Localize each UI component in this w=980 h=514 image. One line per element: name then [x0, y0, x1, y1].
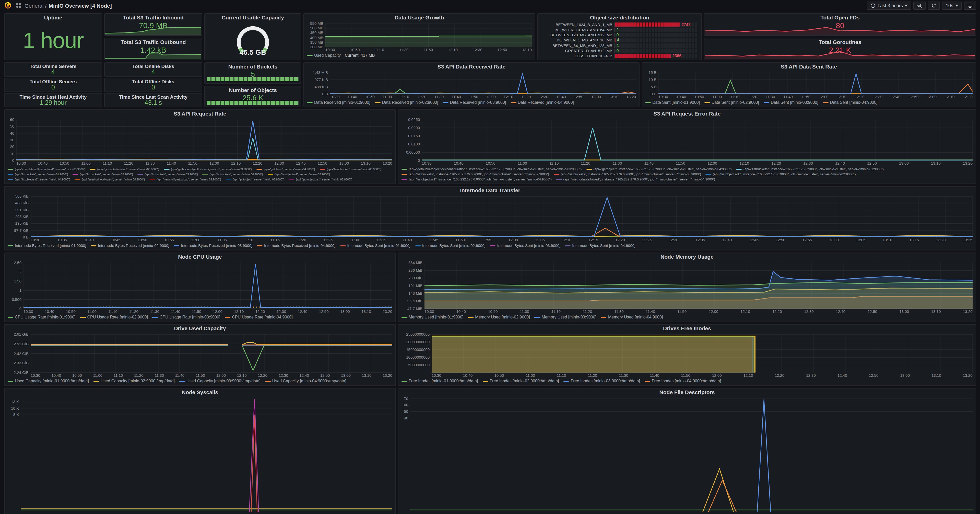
legend-item[interactable]: Data Sent [minio-03:9000]	[764, 100, 818, 105]
request-error-rate-chart[interactable]: 00.005000.01000.01500.02000.025010:3010:…	[401, 118, 973, 182]
legend-item[interactable]: Free Inodes [minio-01:9000:/tmp/data]	[401, 379, 478, 384]
panel-title[interactable]: Object size distribution	[538, 14, 702, 21]
legend-item[interactable]: {api="completemultipartupload", server="…	[8, 167, 86, 172]
panel-title[interactable]: Total S3 Traffic Inbound	[105, 14, 202, 21]
panel-node-syscalls[interactable]: Node Syscalls 8 K10 K13 K	[4, 388, 396, 514]
legend-item[interactable]: Memory Used [minio-02:9000]	[468, 315, 530, 320]
legend-item[interactable]: Free Inodes [minio-04:9000:/tmp/data]	[645, 379, 721, 384]
plot-area[interactable]	[21, 398, 392, 512]
legend-item[interactable]: Memory Used [minio-01:9000]	[401, 315, 463, 320]
legend-item[interactable]: Free Inodes [minio-03:9000:/tmp/data]	[564, 379, 640, 384]
syscalls-chart[interactable]: 8 K10 K13 K	[6, 397, 392, 512]
panel-title[interactable]: Node File Descriptors	[398, 388, 976, 396]
legend-item[interactable]: Internode Bytes Sent [minio-03:9000]	[490, 243, 561, 249]
legend-item[interactable]: Internode Bytes Received [minio-04:9000]	[257, 243, 335, 249]
legend-item[interactable]: Used Capacity [minio-02:9000:/tmp/data]	[94, 379, 175, 384]
legend-item[interactable]: {api="getbucketlocation", server="minio-…	[90, 167, 159, 172]
panel-total-online-disks[interactable]: Total Online Disks 4	[104, 62, 202, 77]
panel-s3-api-request-rate[interactable]: S3 API Request Rate 010203040506010:3010…	[4, 109, 396, 184]
panel-title[interactable]: Node Syscalls	[5, 388, 395, 396]
tv-mode-button[interactable]	[964, 1, 976, 10]
cpu-usage-chart[interactable]: 00.50011.5022.5010:3010:4010:5011:0011:1…	[6, 261, 392, 320]
panel-node-cpu-usage[interactable]: Node CPU Usage 00.50011.5022.5010:3010:4…	[4, 252, 396, 322]
panel-title[interactable]: Total Online Servers	[5, 63, 102, 69]
panel-title[interactable]: Drives Free Inodes	[398, 325, 976, 332]
panel-internode-data-transfer[interactable]: Internode Data Transfer 0 B97.7 KiB195 K…	[4, 186, 976, 251]
panel-time-since-last-scan[interactable]: Time Since Last Scan Activity 43.1 s	[104, 93, 202, 107]
panel-s3-traffic-inbound[interactable]: Total S3 Traffic Inbound 70.9 MB	[104, 13, 202, 36]
request-rate-chart[interactable]: 010203040506010:3010:4010:5011:0011:1011…	[6, 118, 392, 182]
plot-area[interactable]	[16, 120, 392, 161]
legend-item[interactable]: {api="listobjectsv1", server="minio-02:9…	[267, 172, 330, 177]
panel-time-since-last-heal[interactable]: Time Since Last Heal Activity 1.29 hour	[4, 93, 102, 107]
time-range-button[interactable]: Last 3 hours	[867, 1, 912, 10]
panel-s3-traffic-outbound[interactable]: Total S3 Traffic Outbound 1.42 kB	[104, 38, 202, 60]
legend-item[interactable]: Used CapacityCurrent: 417 MB	[307, 53, 375, 58]
panel-title[interactable]: S3 API Request Rate	[5, 110, 395, 118]
panel-title[interactable]: Data Usage Growth	[304, 14, 535, 21]
legend-item[interactable]: {api="putobjectpart", server="minio-03:9…	[289, 177, 352, 182]
panel-total-online-servers[interactable]: Total Online Servers 4	[4, 62, 102, 77]
legend-item[interactable]: Used Capacity [minio-04:9000:/tmp/data]	[265, 379, 346, 384]
file-descriptors-chart[interactable]: 40506070	[401, 397, 973, 512]
legend-item[interactable]: Memory Used [minio-03:9000]	[535, 315, 597, 320]
legend-item[interactable]: {api="listbuckets", server="minio-04:900…	[202, 172, 263, 177]
panel-title[interactable]: Number of Objects	[205, 86, 301, 94]
panel-title[interactable]: Internode Data Transfer	[5, 187, 976, 194]
legend-item[interactable]: {api="listbuckets", instance="165.232.17…	[401, 172, 549, 177]
legend-item[interactable]: {api="listobjectsv1", instance="165.232.…	[401, 177, 551, 182]
legend-item[interactable]: Internode Bytes Received [minio-02:9000]	[91, 243, 169, 249]
free-inodes-chart[interactable]: 5000000000100000000001500000000020000000…	[401, 333, 973, 384]
plot-area[interactable]	[432, 334, 973, 373]
panel-title[interactable]: Total Offline Servers	[5, 78, 102, 85]
panel-total-goroutines[interactable]: Total Goroutines 2.21 K	[704, 38, 976, 60]
refresh-button[interactable]	[928, 1, 940, 10]
legend-item[interactable]: CPU Usage Rate [minio-04:9000]	[225, 315, 293, 320]
legend-item[interactable]: Internode Bytes Sent [minio-01:9000]	[340, 243, 410, 249]
panel-title[interactable]: S3 API Request Error Rate	[398, 110, 976, 118]
legend-item[interactable]: {api="getobject", instance="165.232.176.…	[586, 167, 732, 172]
panel-s3-api-data-received-rate[interactable]: S3 API Data Received Rate 0 B488 KiB977 …	[304, 62, 640, 107]
plot-area[interactable]	[31, 334, 392, 373]
panel-s3-api-request-error-rate[interactable]: S3 API Request Error Rate 00.005000.0100…	[398, 109, 976, 184]
panel-total-offline-disks[interactable]: Total Offline Disks 0	[104, 78, 202, 92]
panel-node-file-descriptors[interactable]: Node File Descriptors 40506070	[398, 388, 976, 514]
panel-current-usable-capacity[interactable]: Current Usable Capacity 46.5 GB	[204, 13, 301, 60]
panel-title[interactable]: Time Since Last Scan Activity	[105, 94, 202, 100]
legend-item[interactable]: {api="getbucketobjectlockconfiguration",…	[164, 167, 252, 172]
panel-title[interactable]: Number of Buckets	[205, 63, 301, 70]
legend-item[interactable]: Data Received [minio-02:9000]	[375, 100, 438, 105]
panel-title[interactable]: S3 API Data Received Rate	[304, 63, 639, 70]
legend-item[interactable]: Data Received [minio-03:9000]	[442, 100, 506, 105]
panel-title[interactable]: Total Open FDs	[705, 14, 976, 21]
legend-item[interactable]: {api="headbucket", server="minio-03:9000…	[320, 167, 381, 172]
legend-item[interactable]: Internode Bytes Sent [minio-04:9000]	[565, 243, 635, 249]
legend-item[interactable]: {api="methodnotallowed", instance="165.2…	[556, 177, 715, 182]
panel-total-offline-servers[interactable]: Total Offline Servers 0	[4, 78, 102, 92]
panel-title[interactable]: Current Usable Capacity	[205, 14, 301, 21]
panel-number-of-objects[interactable]: Number of Objects 25.6 K	[204, 86, 301, 107]
legend-item[interactable]: Internode Bytes Received [minio-03:9000]	[174, 243, 252, 249]
refresh-interval-button[interactable]: 10s	[942, 1, 962, 10]
plot-area[interactable]	[425, 263, 973, 309]
plot-area[interactable]	[330, 73, 636, 94]
panel-total-open-fds[interactable]: Total Open FDs 80	[704, 13, 976, 36]
grafana-logo[interactable]	[4, 2, 12, 9]
legend-item[interactable]: Internode Bytes Sent [minio-02:9000]	[415, 243, 485, 249]
panel-title[interactable]: Node Memory Usage	[398, 253, 976, 261]
breadcrumb-folder[interactable]: General /	[24, 2, 46, 8]
legend-item[interactable]: {api="listobjectsv1", instance="165.232.…	[706, 172, 856, 177]
plot-area[interactable]	[31, 196, 973, 237]
panel-title[interactable]: Drive Used Capacity	[5, 325, 395, 332]
legend-item[interactable]: {api="putobject", server="minio-03:9000"…	[226, 177, 284, 182]
panel-drive-used-capacity[interactable]: Drive Used Capacity 2.24 GiB2.33 GiB2.42…	[4, 324, 396, 386]
legend-item[interactable]: {api="listbuckets", instance="165.232.17…	[554, 172, 701, 177]
legend-item[interactable]: {api="methodnotallowed", server="minio-0…	[75, 177, 145, 182]
plot-area[interactable]	[24, 263, 392, 309]
legend-item[interactable]: {api="getbucketobjectlockconfiguration",…	[401, 167, 582, 172]
panel-title[interactable]: Total Online Disks	[105, 63, 202, 69]
panel-title[interactable]: Uptime	[5, 14, 102, 21]
legend-item[interactable]: {api="listbuckets", server="minio-02:900…	[73, 172, 133, 177]
legend-item[interactable]: Data Sent [minio-04:9000]	[823, 100, 878, 105]
memory-usage-chart[interactable]: 47.7 MiB95.4 MiB143 MiB191 MiB238 MiB286…	[401, 261, 973, 320]
